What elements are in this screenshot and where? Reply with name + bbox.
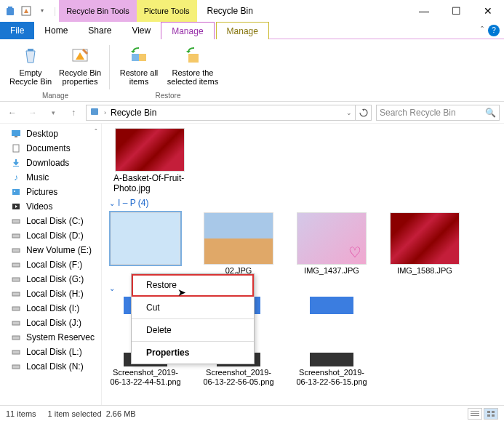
nav-desktop[interactable]: Desktop [0, 127, 101, 141]
nav-music[interactable]: ♪Music [0, 170, 101, 185]
file-whitecat[interactable] [109, 212, 182, 276]
minimize-button[interactable]: — [408, 0, 440, 22]
nav-forward-button[interactable]: → [25, 105, 41, 121]
tab-manage-recycle[interactable]: Manage [161, 22, 214, 39]
address-bar[interactable]: › Recycle Bin ⌄ [86, 105, 356, 121]
svg-rect-28 [471, 413, 479, 414]
documents-icon [10, 143, 22, 154]
context-restore[interactable]: Restore [132, 274, 254, 297]
file-basket[interactable]: A-Basket-Of-Fruit-Photo.jpg [113, 128, 186, 193]
disk-icon [10, 332, 22, 343]
file-02[interactable]: 02.JPG [202, 212, 275, 276]
downloads-icon [10, 157, 22, 169]
nav-pictures[interactable]: Pictures [0, 185, 101, 199]
status-item-count: 11 items [6, 409, 36, 418]
nav-downloads[interactable]: Downloads [0, 156, 101, 170]
desktop-icon [10, 128, 22, 140]
file-img1437[interactable]: IMG_1437.JPG [295, 212, 368, 276]
nav-disk-i[interactable]: Local Disk (I:) [0, 301, 101, 316]
nav-disk-f[interactable]: Local Disk (F:) [0, 257, 101, 272]
svg-rect-17 [12, 234, 20, 238]
cursor-icon: ➤ [177, 286, 186, 298]
view-details-button[interactable] [468, 408, 482, 420]
nav-system-reserved[interactable]: System Reservec [0, 330, 101, 345]
svg-rect-24 [12, 336, 20, 340]
address-location: Recycle Bin [111, 108, 156, 118]
nav-disk-g[interactable]: Local Disk (G:) [0, 272, 101, 286]
svg-rect-22 [12, 307, 20, 310]
disk-icon [10, 244, 22, 256]
context-delete[interactable]: Delete [132, 319, 254, 342]
nav-disk-c[interactable]: Local Disk (C:) [0, 214, 101, 228]
tab-home[interactable]: Home [34, 22, 78, 39]
svg-rect-23 [12, 321, 20, 325]
search-icon: 🔍 [485, 108, 496, 118]
svg-rect-3 [28, 49, 33, 51]
context-properties[interactable]: Properties [132, 342, 254, 364]
recycle-bin-path-icon [89, 106, 100, 119]
recycle-bin-icon [3, 4, 17, 18]
svg-rect-32 [487, 414, 490, 417]
svg-rect-29 [471, 415, 479, 416]
window-title: Recycle Bin [197, 6, 253, 16]
tab-share[interactable]: Share [78, 22, 121, 39]
file-screenshot3[interactable]: Screenshot_2019-06-13-22-56-15.png [295, 297, 368, 387]
restore-all-button[interactable]: Restore all items [117, 42, 161, 90]
nav-recent-dropdown[interactable]: ▾ [45, 105, 61, 121]
tab-file[interactable]: File [0, 22, 34, 39]
svg-rect-20 [12, 278, 20, 281]
svg-rect-31 [492, 411, 495, 413]
svg-rect-27 [471, 411, 479, 412]
nav-disk-l[interactable]: Local Disk (L:) [0, 345, 101, 359]
disk-icon [10, 302, 22, 314]
search-input[interactable]: Search Recycle Bin 🔍 [376, 105, 500, 121]
ribbon-collapse-icon[interactable]: ˆ [481, 25, 484, 36]
nav-disk-d[interactable]: Local Disk (D:) [0, 228, 101, 243]
context-menu: Restore Cut Delete Properties [131, 273, 255, 364]
chevron-down-icon: ⌄ [109, 284, 115, 292]
restore-selected-button[interactable]: Restore the selected items [167, 42, 219, 90]
maximize-button[interactable]: ☐ [440, 0, 472, 22]
empty-bin-icon [19, 44, 42, 67]
nav-videos[interactable]: Videos [0, 199, 101, 214]
close-button[interactable]: ✕ [472, 0, 504, 22]
navigation-pane[interactable]: ˆ Desktop Documents Downloads ♪Music Pic… [0, 124, 102, 405]
ribbon-group-manage-label: Manage [42, 90, 68, 101]
status-selected: 1 item selected [48, 409, 102, 418]
disk-icon [10, 288, 22, 300]
nav-scroll-up[interactable]: ˆ [92, 127, 100, 138]
svg-rect-10 [15, 136, 17, 137]
disk-icon [10, 346, 22, 358]
disk-icon [10, 230, 22, 241]
recycle-bin-properties-button[interactable]: Recycle Bin properties [58, 42, 102, 90]
svg-rect-19 [12, 263, 20, 267]
nav-disk-h[interactable]: Local Disk (H:) [0, 286, 101, 301]
qat-properties-icon[interactable] [19, 4, 33, 18]
empty-recycle-bin-button[interactable]: Empty Recycle Bin [9, 42, 52, 90]
properties-icon [68, 44, 92, 67]
help-icon[interactable]: ? [488, 25, 500, 36]
address-history-dropdown[interactable]: ⌄ [346, 109, 352, 116]
nav-disk-j[interactable]: Local Disk (J:) [0, 316, 101, 330]
svg-rect-16 [12, 220, 20, 223]
disk-icon [10, 361, 22, 372]
tab-manage-picture[interactable]: Manage [216, 22, 269, 39]
music-icon: ♪ [10, 172, 22, 183]
ribbon-group-restore-label: Restore [155, 90, 180, 101]
nav-disk-n[interactable]: Local Disk (N:) [0, 359, 101, 374]
pictures-icon [10, 186, 22, 198]
nav-disk-e[interactable]: New Volume (E:) [0, 243, 101, 257]
refresh-button[interactable] [356, 105, 372, 121]
nav-documents[interactable]: Documents [0, 141, 101, 156]
videos-icon [10, 201, 22, 212]
tab-view[interactable]: View [121, 22, 161, 39]
view-thumbnails-button[interactable] [484, 408, 498, 420]
nav-back-button[interactable]: ← [4, 105, 20, 121]
qat-dropdown-icon[interactable]: ▾ [35, 4, 49, 18]
status-size: 2.66 MB [106, 409, 136, 418]
context-cut[interactable]: Cut [132, 297, 254, 319]
nav-up-button[interactable]: ↑ [65, 105, 81, 121]
group-header-ip[interactable]: ⌄ I – P (4) [109, 193, 497, 212]
file-img1588[interactable]: IMG_1588.JPG [388, 212, 461, 276]
contextual-tab-picture: Picture Tools [137, 0, 197, 22]
